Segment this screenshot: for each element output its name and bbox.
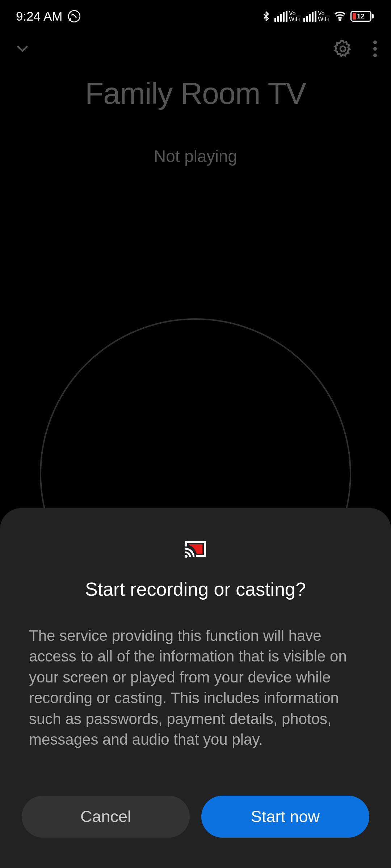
svg-point-3 — [373, 41, 377, 44]
status-left: 9:24 AM — [16, 9, 81, 24]
dialog-actions: Cancel Start now — [22, 796, 369, 838]
battery-indicator: 12 — [350, 11, 374, 22]
settings-button[interactable] — [333, 39, 353, 59]
device-title: Family Room TV — [0, 76, 391, 111]
signal-bars-icon — [274, 11, 287, 22]
clock: 9:24 AM — [16, 9, 62, 24]
playback-status: Not playing — [0, 146, 391, 166]
svg-point-1 — [339, 19, 341, 21]
app-bar — [0, 33, 391, 65]
cast-permission-dialog: Start recording or casting? The service … — [0, 508, 391, 868]
svg-point-5 — [373, 54, 377, 57]
svg-point-2 — [340, 46, 345, 51]
dialog-title: Start recording or casting? — [22, 578, 369, 600]
vowifi-label: VoWiFi — [318, 10, 329, 22]
collapse-button[interactable] — [14, 40, 31, 58]
cast-icon — [22, 540, 369, 558]
status-right: VoWiFi VoWiFi 12 — [261, 8, 374, 24]
wifi-icon — [332, 10, 348, 22]
cancel-button[interactable]: Cancel — [22, 796, 190, 838]
vowifi-label: VoWiFi — [289, 10, 300, 22]
signal-bars-icon — [303, 11, 316, 22]
svg-point-6 — [185, 555, 188, 558]
sim1-signal: VoWiFi — [274, 10, 300, 22]
svg-point-4 — [373, 47, 377, 51]
whatsapp-icon — [67, 9, 81, 23]
more-options-button[interactable] — [373, 40, 377, 58]
battery-level: 12 — [353, 13, 369, 20]
bluetooth-icon — [261, 8, 272, 24]
sim2-signal: VoWiFi — [303, 10, 329, 22]
start-now-button[interactable]: Start now — [201, 796, 369, 838]
status-bar: 9:24 AM VoWiFi VoWiFi 12 — [0, 0, 391, 33]
dialog-body: The service providing this function will… — [22, 625, 369, 750]
